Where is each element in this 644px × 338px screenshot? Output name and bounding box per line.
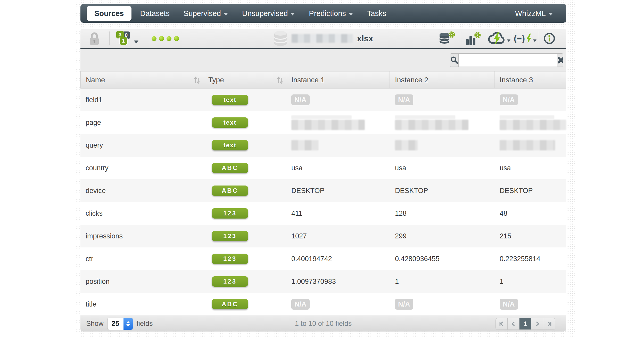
- nav-tab-tasks[interactable]: Tasks: [360, 4, 393, 23]
- field-type-badge: 123: [212, 231, 248, 241]
- nav-label: Unsupervised: [242, 4, 288, 23]
- next-page-button[interactable]: [531, 318, 543, 329]
- instance-value-cell: usa: [390, 164, 494, 172]
- field-type-cell: 123: [203, 231, 286, 241]
- cell-value: DESKTOP: [500, 187, 533, 195]
- status-dot-icon: [152, 36, 156, 41]
- instance-value-cell: N/A: [286, 299, 390, 310]
- cell-value: 48: [500, 210, 507, 218]
- instance-value-cell: 215: [494, 232, 566, 240]
- show-label: Show: [86, 320, 104, 328]
- instance-value-cell: usa: [286, 164, 390, 172]
- cell-value: 411: [291, 210, 302, 218]
- nav-label: Datasets: [140, 4, 169, 23]
- tile-1: 1: [120, 37, 127, 45]
- nav-tab-whizzml[interactable]: WhizzML: [508, 4, 560, 23]
- cell-value: 1027: [291, 232, 307, 240]
- field-name: title: [80, 300, 203, 308]
- clear-search-button[interactable]: [557, 54, 563, 67]
- search-input[interactable]: [459, 54, 557, 67]
- column-header-type[interactable]: Type: [203, 71, 286, 88]
- one-click-cloud-icon: [488, 31, 506, 46]
- source-title-suffix: xlsx: [357, 34, 373, 43]
- page-size-value: 25: [108, 318, 123, 330]
- column-label: Instance 2: [395, 76, 428, 84]
- redacted-value: [500, 140, 555, 150]
- prev-page-button[interactable]: [508, 318, 519, 329]
- field-type-cell: text: [203, 140, 286, 150]
- redacted-value-line: [395, 115, 455, 119]
- toolbar-divider: [145, 31, 145, 45]
- status-dots: [152, 36, 179, 41]
- column-header-name[interactable]: Name: [80, 71, 203, 88]
- instance-value-cell: [286, 140, 390, 150]
- instance-value-cell: DESKTOP: [494, 187, 566, 195]
- cell-value: usa: [291, 164, 303, 172]
- field-type-cell: 123: [203, 276, 286, 287]
- pagination: 1: [496, 318, 555, 330]
- instance-value-cell: 48: [494, 210, 566, 218]
- lock-icon: [89, 31, 100, 46]
- chevron-down-icon: [548, 13, 553, 15]
- scriptify-button[interactable]: (≡): [512, 29, 538, 48]
- instance-value-cell: N/A: [494, 94, 566, 105]
- main-navbar: Sources Datasets Supervised Unsupervised…: [80, 4, 566, 23]
- field-type-badge: 123: [212, 208, 248, 219]
- cell-value: 0.223255814: [500, 255, 540, 263]
- chevron-down-icon: [507, 39, 510, 42]
- table-body: field1textN/AN/AN/Apagetextquerytextcoun…: [80, 88, 566, 316]
- instance-value-cell: [390, 115, 494, 130]
- field-name: page: [80, 119, 203, 127]
- one-click-actions-button[interactable]: [486, 29, 512, 48]
- cell-value: DESKTOP: [291, 187, 325, 195]
- cell-value: 215: [500, 232, 511, 240]
- table-row: querytext: [80, 134, 566, 157]
- field-type-cell: 123: [203, 208, 286, 219]
- nav-tab-predictions[interactable]: Predictions: [302, 4, 360, 23]
- page-size-select[interactable]: 25: [107, 318, 133, 330]
- column-header-instance2: Instance 2: [390, 71, 494, 88]
- field-name: impressions: [80, 232, 203, 240]
- instance-value-cell: N/A: [390, 299, 494, 310]
- last-page-button[interactable]: [543, 318, 555, 329]
- na-badge: N/A: [500, 299, 518, 310]
- visualize-button[interactable]: [460, 29, 486, 48]
- nav-tab-unsupervised[interactable]: Unsupervised: [235, 4, 302, 23]
- column-label: Name: [86, 76, 105, 84]
- field-type-cell: text: [203, 95, 286, 105]
- configure-dataset-button[interactable]: [434, 29, 460, 48]
- instance-value-cell: DESKTOP: [286, 187, 390, 195]
- table-row: deviceABCDESKTOPDESKTOPDESKTOP: [80, 179, 566, 202]
- instance-value-cell: 0.4280936455: [390, 255, 494, 263]
- redacted-value-line: [500, 115, 554, 119]
- nav-tab-datasets[interactable]: Datasets: [133, 4, 176, 23]
- redacted-value-line: [395, 140, 418, 150]
- info-button[interactable]: [538, 29, 560, 48]
- redacted-value-line: [500, 140, 555, 150]
- nav-tab-supervised[interactable]: Supervised: [177, 4, 235, 23]
- field-type-badge: ABC: [212, 186, 248, 196]
- first-page-button[interactable]: [496, 318, 508, 329]
- source-type-dropdown[interactable]: 0 3 1: [110, 31, 145, 46]
- redacted-value-line: [395, 120, 468, 130]
- search-icon: [450, 56, 458, 64]
- cell-value: 1: [500, 278, 503, 286]
- instance-value-cell: 0.400194742: [286, 255, 390, 263]
- field-name: clicks: [80, 210, 203, 218]
- chevron-down-icon: [349, 13, 353, 15]
- redacted-value: [395, 115, 468, 130]
- current-page-button[interactable]: 1: [519, 318, 531, 329]
- field-type-cell: 123: [203, 254, 286, 264]
- privacy-lock-button[interactable]: [89, 31, 100, 46]
- cell-value: 0.400194742: [291, 255, 332, 263]
- dataset-config-icon: [439, 31, 456, 46]
- first-page-icon: [499, 321, 505, 327]
- sort-icon: [277, 76, 283, 85]
- rows-summary: 1 to 10 of 10 fields: [295, 320, 352, 328]
- cell-value: 299: [395, 232, 407, 240]
- nav-tab-sources[interactable]: Sources: [87, 6, 131, 21]
- page-size-control: Show 25 fields: [86, 318, 153, 330]
- source-title-group: xlsx: [274, 29, 373, 48]
- search-band: [80, 49, 566, 71]
- chevron-right-icon: [534, 321, 540, 327]
